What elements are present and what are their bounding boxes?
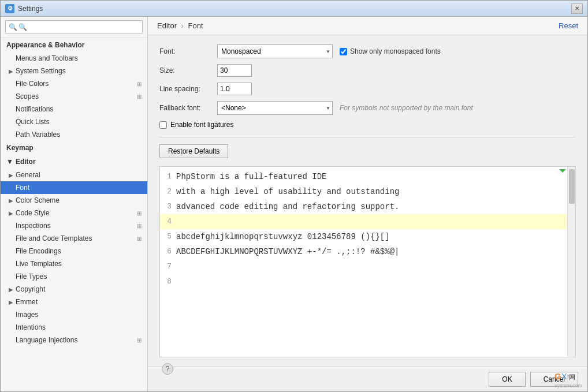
- sidebar-item-font[interactable]: Font: [1, 181, 147, 194]
- sidebar-item-color-scheme[interactable]: ▶Color Scheme: [1, 194, 147, 207]
- fallback-row: Fallback font: <None> ▼ For symbols not …: [159, 101, 576, 115]
- close-button[interactable]: ✕: [571, 3, 583, 14]
- sidebar-item-system-settings[interactable]: ▶System Settings: [1, 65, 147, 77]
- sidebar-section-editor[interactable]: ▼Editor: [1, 155, 147, 169]
- preview-area: 1PhpStorm is a full-featured IDE2with a …: [159, 166, 576, 357]
- breadcrumb-current: Font: [188, 21, 203, 30]
- search-input[interactable]: [5, 20, 143, 34]
- watermark-g: G: [554, 371, 561, 381]
- watermark-network: !网: [567, 374, 575, 380]
- bottom-bar: ? OK Cancel GX!网 system.com: [148, 367, 587, 391]
- panel-header: Editor › Font Reset: [148, 17, 587, 35]
- right-panel: Editor › Font Reset Font: Monospaced Cou…: [148, 17, 587, 391]
- sidebar-item-inspections[interactable]: Inspections ⊞: [1, 219, 147, 232]
- sidebar-item-images[interactable]: Images: [1, 308, 147, 321]
- page-icon: ⊞: [137, 210, 142, 216]
- sidebar-section-appearance[interactable]: Appearance & Behavior: [1, 38, 147, 52]
- sidebar-item-file-encodings[interactable]: File Encodings: [1, 245, 147, 257]
- sidebar-item-intentions[interactable]: Intentions: [1, 321, 147, 334]
- size-row: Size: 30: [159, 64, 576, 77]
- watermark-url: system.com: [554, 383, 582, 389]
- line-spacing-input[interactable]: 1.0: [217, 83, 252, 95]
- fallback-select-wrapper: <None> ▼: [217, 101, 333, 115]
- sidebar-item-file-types[interactable]: File Types: [1, 270, 147, 283]
- sidebar-item-live-templates[interactable]: Live Templates: [1, 257, 147, 270]
- fallback-hint: For symbols not supported by the main fo…: [340, 104, 473, 112]
- settings-window: ⚙ Settings ✕ 🔍 Appearance & Behavior Men…: [0, 0, 588, 392]
- ligatures-label[interactable]: Enable font ligatures: [170, 121, 233, 129]
- scrollbar-thumb[interactable]: [569, 169, 575, 204]
- sidebar-item-quick-lists[interactable]: Quick Lists: [1, 115, 147, 128]
- line-number: 1: [160, 169, 176, 184]
- preview-lines: 1PhpStorm is a full-featured IDE2with a …: [160, 167, 567, 292]
- size-label: Size:: [159, 66, 217, 74]
- sidebar: 🔍 Appearance & Behavior Menus and Toolba…: [1, 17, 148, 391]
- preview-scroll[interactable]: 1PhpStorm is a full-featured IDE2with a …: [160, 167, 567, 357]
- arrow-icon: ▶: [9, 286, 13, 293]
- sidebar-item-general[interactable]: ▶General: [1, 169, 147, 181]
- line-spacing-row: Line spacing: 1.0: [159, 83, 576, 95]
- sidebar-item-file-colors[interactable]: File Colors ⊞: [1, 77, 147, 90]
- window-title: Settings: [18, 5, 571, 13]
- ligatures-row: Enable font ligatures: [159, 121, 576, 129]
- restore-defaults-button[interactable]: Restore Defaults: [159, 144, 228, 158]
- window-controls: ✕: [571, 3, 583, 14]
- line-number: 6: [160, 244, 176, 259]
- preview-line: 1PhpStorm is a full-featured IDE: [160, 169, 567, 184]
- font-row: Font: Monospaced Courier New DejaVu Sans…: [159, 44, 576, 58]
- breadcrumb-parent: Editor: [157, 21, 177, 30]
- fallback-label: Fallback font:: [159, 104, 217, 112]
- preview-scrollbar[interactable]: [567, 167, 575, 357]
- sidebar-item-notifications[interactable]: Notifications: [1, 103, 147, 115]
- preview-line: 2with a high level of usability and outs…: [160, 184, 567, 199]
- monospaced-checkbox[interactable]: [340, 48, 347, 55]
- monospaced-checkbox-row: Show only monospaced fonts: [340, 47, 441, 55]
- preview-line: 5abcdefghijklmnopqrstuvwxyz 0123456789 (…: [160, 229, 567, 244]
- fallback-select[interactable]: <None>: [217, 101, 333, 115]
- preview-line: 6ABCDEFGHIJKLMNOPQRSTUVWXYZ +-*/= .,;:!?…: [160, 244, 567, 259]
- editor-collapse-icon: ▼: [6, 158, 13, 166]
- font-label: Font:: [159, 47, 217, 55]
- sidebar-item-scopes[interactable]: Scopes ⊞: [1, 90, 147, 103]
- appearance-section-label: Appearance & Behavior: [6, 41, 84, 49]
- line-content: PhpStorm is a full-featured IDE: [176, 169, 567, 184]
- breadcrumb-sep: ›: [181, 21, 184, 30]
- ok-button[interactable]: OK: [489, 372, 525, 387]
- preview-line: 4: [160, 214, 567, 229]
- divider: [159, 137, 576, 137]
- main-content: 🔍 Appearance & Behavior Menus and Toolba…: [1, 17, 587, 391]
- sidebar-item-emmet[interactable]: ▶Emmet: [1, 296, 147, 308]
- monospaced-label[interactable]: Show only monospaced fonts: [350, 47, 441, 55]
- sidebar-item-menus-toolbars[interactable]: Menus and Toolbars: [1, 52, 147, 65]
- line-number: 5: [160, 229, 176, 244]
- line-content: advanced code editing and refactoring su…: [176, 199, 567, 214]
- sidebar-item-path-variables[interactable]: Path Variables: [1, 128, 147, 141]
- app-icon: ⚙: [5, 4, 14, 13]
- preview-line: 7: [160, 259, 567, 274]
- sidebar-item-code-style[interactable]: ▶Code Style ⊞: [1, 207, 147, 219]
- font-select[interactable]: Monospaced Courier New DejaVu Sans Mono …: [217, 44, 333, 58]
- sidebar-section-keymap[interactable]: Keymap: [1, 141, 147, 155]
- sidebar-item-language-injections[interactable]: Language Injections ⊞: [1, 334, 147, 346]
- reset-button[interactable]: Reset: [559, 21, 578, 30]
- arrow-icon: ▶: [9, 197, 13, 204]
- help-button[interactable]: ?: [162, 363, 173, 375]
- line-number: 4: [160, 214, 176, 229]
- line-number: 8: [160, 274, 176, 289]
- sidebar-item-file-and-code-templates[interactable]: File and Code Templates ⊞: [1, 232, 147, 245]
- arrow-icon: ▶: [9, 68, 13, 74]
- search-box: 🔍: [1, 17, 147, 38]
- ligatures-checkbox[interactable]: [159, 121, 167, 129]
- sidebar-item-copyright[interactable]: ▶Copyright: [1, 283, 147, 296]
- page-icon: ⊞: [137, 94, 142, 100]
- breadcrumb: Editor › Font: [157, 21, 203, 30]
- page-icon: ⊞: [137, 337, 142, 344]
- watermark-x: X: [561, 371, 567, 381]
- search-icon: 🔍: [9, 23, 17, 31]
- preview-line: 3advanced code editing and refactoring s…: [160, 199, 567, 214]
- line-spacing-label: Line spacing:: [159, 85, 217, 93]
- page-icon: ⊞: [137, 223, 142, 229]
- size-input[interactable]: 30: [217, 64, 252, 77]
- corner-indicator-icon: [559, 169, 566, 173]
- line-content: ABCDEFGHIJKLMNOPQRSTUVWXYZ +-*/= .,;:!? …: [176, 244, 567, 259]
